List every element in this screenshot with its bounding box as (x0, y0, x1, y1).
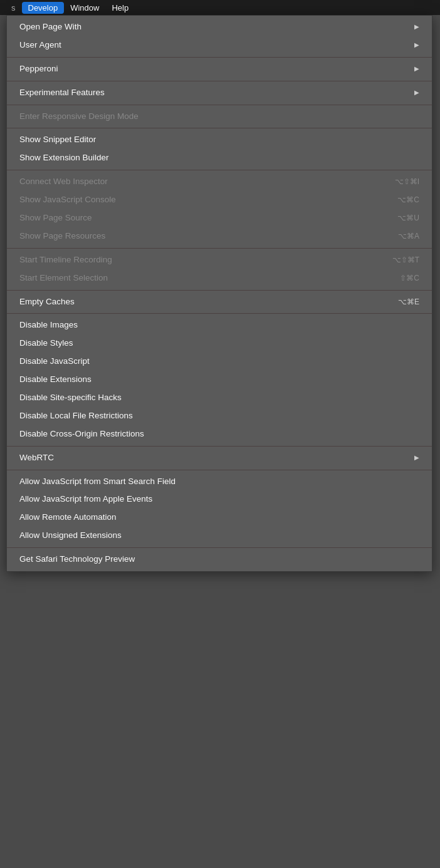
menu-item-label-8-5: Disable Local File Restrictions (19, 410, 419, 422)
submenu-arrow-icon-1-0: ▶ (414, 65, 419, 73)
menu-item-shortcut-5-2: ⌥⌘U (397, 213, 419, 224)
menu-item-shortcut-5-0: ⌥⇧⌘I (395, 177, 419, 187)
menu-item-label-10-2: Allow Remote Automation (19, 512, 419, 524)
menu-item-5-2: Show Page Source⌥⌘U (7, 209, 432, 227)
menu-item-4-1[interactable]: Show Extension Builder (7, 149, 432, 167)
menu-group-7: Empty Caches⌥⌘E (7, 291, 432, 314)
menu-item-0-1[interactable]: User Agent▶ (7, 36, 432, 54)
menu-item-label-8-6: Disable Cross-Origin Restrictions (19, 428, 419, 440)
menu-item-label-9-0: WebRTC (19, 452, 409, 464)
menu-item-label-5-3: Show Page Resources (19, 230, 373, 242)
submenu-arrow-icon-0-0: ▶ (414, 23, 419, 31)
menu-item-label-3-0: Enter Responsive Design Mode (19, 111, 419, 123)
menu-item-label-2-0: Experimental Features (19, 87, 409, 99)
menu-group-0: Open Page With▶User Agent▶ (7, 16, 432, 58)
menu-item-4-0[interactable]: Show Snippet Editor (7, 131, 432, 149)
menu-group-2: Experimental Features▶ (7, 81, 432, 105)
menu-item-label-11-0: Get Safari Technology Preview (19, 554, 419, 566)
menu-item-6-1: Start Element Selection⇧⌘C (7, 269, 432, 287)
menu-item-10-2[interactable]: Allow Remote Automation (7, 509, 432, 527)
menu-item-label-10-3: Allow Unsigned Extensions (19, 530, 419, 542)
menu-item-8-6[interactable]: Disable Cross-Origin Restrictions (7, 425, 432, 443)
menu-item-shortcut-6-1: ⇧⌘C (400, 273, 419, 284)
menu-item-label-5-2: Show Page Source (19, 212, 372, 224)
menu-item-shortcut-5-3: ⌥⌘A (398, 231, 419, 242)
develop-menu-dropdown: Open Page With▶User Agent▶Pepperoni▶Expe… (6, 15, 432, 572)
menu-group-11: Get Safari Technology Preview (7, 548, 432, 571)
menu-item-8-1[interactable]: Disable Styles (7, 334, 432, 353)
menu-bar-item-help[interactable]: Help (105, 2, 135, 14)
menu-item-label-6-1: Start Element Selection (19, 272, 375, 284)
menu-group-5: Connect Web Inspector⌥⇧⌘IShow JavaScript… (7, 170, 432, 249)
menu-item-label-7-0: Empty Caches (19, 296, 373, 308)
menu-item-1-0[interactable]: Pepperoni▶ (7, 60, 432, 78)
menu-bar-item-window[interactable]: Window (64, 2, 105, 14)
menu-item-6-0: Start Timeline Recording⌥⇧⌘T (7, 251, 432, 269)
menu-item-label-5-0: Connect Web Inspector (19, 176, 370, 188)
menu-item-3-0: Enter Responsive Design Mode (7, 108, 432, 126)
menu-item-5-0: Connect Web Inspector⌥⇧⌘I (7, 173, 432, 191)
menu-bar: s Develop Window Help (0, 0, 440, 15)
menu-item-2-0[interactable]: Experimental Features▶ (7, 84, 432, 102)
menu-bar-item-develop[interactable]: Develop (22, 2, 65, 14)
submenu-arrow-icon-0-1: ▶ (414, 41, 419, 49)
menu-group-6: Start Timeline Recording⌥⇧⌘TStart Elemen… (7, 249, 432, 291)
menu-item-label-8-1: Disable Styles (19, 338, 419, 349)
menu-item-label-8-0: Disable Images (19, 319, 419, 331)
menu-item-0-0[interactable]: Open Page With▶ (7, 18, 432, 36)
menu-item-10-0[interactable]: Allow JavaScript from Smart Search Field (7, 473, 432, 491)
menu-item-label-6-0: Start Timeline Recording (19, 254, 367, 266)
menu-item-label-4-0: Show Snippet Editor (19, 134, 419, 146)
menu-item-10-1[interactable]: Allow JavaScript from Apple Events (7, 490, 432, 509)
menu-group-3: Enter Responsive Design Mode (7, 105, 432, 129)
menu-item-8-5[interactable]: Disable Local File Restrictions (7, 407, 432, 425)
menu-item-8-3[interactable]: Disable Extensions (7, 371, 432, 389)
menu-group-4: Show Snippet EditorShow Extension Builde… (7, 128, 432, 170)
menu-item-9-0[interactable]: WebRTC▶ (7, 449, 432, 467)
menu-item-8-2[interactable]: Disable JavaScript (7, 353, 432, 371)
menu-item-label-1-0: Pepperoni (19, 63, 409, 75)
menu-item-label-8-3: Disable Extensions (19, 374, 419, 386)
menu-item-shortcut-5-1: ⌥⌘C (397, 195, 419, 205)
menu-item-label-8-2: Disable JavaScript (19, 356, 419, 368)
menu-item-11-0[interactable]: Get Safari Technology Preview (7, 550, 432, 569)
menu-item-label-8-4: Disable Site-specific Hacks (19, 392, 419, 404)
menu-item-shortcut-6-0: ⌥⇧⌘T (392, 255, 419, 266)
menu-group-10: Allow JavaScript from Smart Search Field… (7, 470, 432, 549)
menu-item-label-5-1: Show JavaScript Console (19, 194, 372, 206)
menu-item-label-4-1: Show Extension Builder (19, 152, 419, 164)
menu-item-shortcut-7-0: ⌥⌘E (398, 297, 419, 307)
menu-item-10-3[interactable]: Allow Unsigned Extensions (7, 527, 432, 545)
submenu-arrow-icon-2-0: ▶ (414, 88, 419, 97)
menu-item-5-3: Show Page Resources⌥⌘A (7, 227, 432, 245)
menu-item-label-0-0: Open Page With (19, 21, 409, 33)
menu-item-7-0[interactable]: Empty Caches⌥⌘E (7, 293, 432, 311)
menu-group-9: WebRTC▶ (7, 447, 432, 470)
menu-item-8-0[interactable]: Disable Images (7, 316, 432, 334)
menu-group-1: Pepperoni▶ (7, 58, 432, 81)
submenu-arrow-icon-9-0: ▶ (414, 453, 419, 462)
menu-item-label-10-1: Allow JavaScript from Apple Events (19, 493, 419, 505)
menu-item-label-0-1: User Agent (19, 39, 409, 51)
menu-bar-item-s[interactable]: s (5, 2, 22, 14)
menu-item-5-1: Show JavaScript Console⌥⌘C (7, 191, 432, 209)
menu-item-8-4[interactable]: Disable Site-specific Hacks (7, 389, 432, 407)
menu-group-8: Disable ImagesDisable StylesDisable Java… (7, 314, 432, 446)
menu-item-label-10-0: Allow JavaScript from Smart Search Field (19, 476, 419, 488)
